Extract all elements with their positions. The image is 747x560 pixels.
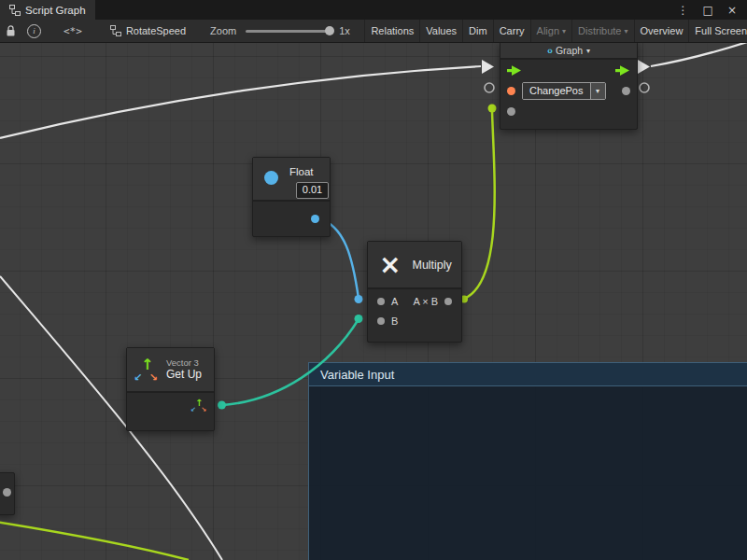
values-button[interactable]: Values xyxy=(419,20,462,42)
multiply-b-port[interactable] xyxy=(377,317,385,325)
arrow-down-left-icon: ↙ xyxy=(134,371,142,384)
align-label: Align xyxy=(537,25,559,36)
float-value-input[interactable]: 0.01 xyxy=(296,182,329,199)
chevron-down-icon[interactable]: ▾ xyxy=(590,83,605,99)
flow-input-arrow-icon[interactable] xyxy=(507,64,522,77)
zoom-slider[interactable] xyxy=(246,24,331,37)
multiply-b-label: B xyxy=(391,315,398,327)
variable-input-group-title: Variable Input xyxy=(320,368,394,382)
zoom-slider-knob[interactable] xyxy=(325,26,334,35)
variable-input-group[interactable]: Variable Input xyxy=(308,362,747,560)
variable-input-group-header[interactable]: Variable Input xyxy=(309,363,747,386)
multiply-output-port[interactable] xyxy=(444,298,452,305)
variable-input-group-body[interactable] xyxy=(309,386,747,560)
arrow-down-left-icon: ↙ xyxy=(190,406,196,413)
float-type-icon xyxy=(264,171,278,185)
graph-node-title: Graph xyxy=(556,45,583,56)
chevron-down-icon: ▾ xyxy=(586,47,590,55)
close-icon[interactable]: × xyxy=(727,4,737,17)
align-button[interactable]: Align ▾ xyxy=(530,20,571,42)
float-node-ports xyxy=(253,202,330,234)
float-node-title: Float xyxy=(289,166,314,177)
tab-script-graph[interactable]: Script Graph xyxy=(0,0,95,20)
script-graph-tab-icon xyxy=(9,5,21,16)
graph-name-label: RotateSpeed xyxy=(126,25,186,36)
graph-value-input-port[interactable] xyxy=(507,107,515,116)
vector3-type-label: Vector 3 xyxy=(166,357,202,369)
zoom-slider-track[interactable] xyxy=(246,30,331,33)
full-screen-button[interactable]: Full Screen xyxy=(688,20,747,42)
script-graph-icon: ‹› xyxy=(547,45,552,56)
arrow-down-right-icon: ↘ xyxy=(149,371,158,384)
distribute-label: Distribute xyxy=(578,25,621,36)
lock-icon[interactable] xyxy=(6,25,16,37)
node-vector3-get-up[interactable]: ↑ ↙ ↘ Vector 3 Get Up ↑ ↙ ↘ xyxy=(126,347,215,431)
chevron-down-icon: ▾ xyxy=(562,27,566,35)
maximize-icon[interactable]: □ xyxy=(703,4,713,17)
multiply-a-label: A xyxy=(391,296,398,307)
graph-name[interactable]: RotateSpeed xyxy=(110,25,186,36)
multiply-icon: × xyxy=(379,252,401,278)
graph-node-header[interactable]: ‹› Graph ▾ xyxy=(500,43,637,60)
multiply-a-port[interactable] xyxy=(377,298,385,305)
flow-output-arrow-icon[interactable] xyxy=(615,64,630,77)
info-icon[interactable]: i xyxy=(27,24,41,38)
multiply-output-label: A × B xyxy=(413,296,438,307)
float-node-header[interactable]: Float 0.01 xyxy=(253,158,330,202)
vector3-icon: ↑ ↙ ↘ xyxy=(134,357,159,382)
vector3-node-title: Get Up xyxy=(166,368,202,382)
changepos-input-port[interactable] xyxy=(507,87,515,95)
arrow-down-right-icon: ↘ xyxy=(201,406,206,413)
tab-bar: Script Graph ⋮ □ × xyxy=(0,0,747,20)
kebab-menu-icon[interactable]: ⋮ xyxy=(678,4,689,17)
changepos-dropdown-value: ChangePos xyxy=(523,83,590,99)
node-graph-event[interactable]: ‹› Graph ▾ ChangePos ▾ xyxy=(500,42,638,130)
tab-title: Script Graph xyxy=(25,5,86,16)
script-graph-window: Variable Input ‹› Graph ▾ xyxy=(0,0,747,560)
graph-toolbar: i <*> RotateSpeed Zoom 1x Relations Valu… xyxy=(0,20,747,43)
chevron-down-icon: ▾ xyxy=(625,27,628,35)
dim-button[interactable]: Dim xyxy=(462,20,493,42)
graph-file-icon xyxy=(110,25,121,36)
fragment-port[interactable] xyxy=(3,488,11,497)
multiply-node-title: Multiply xyxy=(412,259,451,272)
changepos-dropdown[interactable]: ChangePos ▾ xyxy=(522,82,606,100)
carry-button[interactable]: Carry xyxy=(493,20,530,42)
distribute-button[interactable]: Distribute ▾ xyxy=(571,20,633,42)
vector3-node-header[interactable]: ↑ ↙ ↘ Vector 3 Get Up xyxy=(127,348,214,393)
zoom-value: 1x xyxy=(339,25,350,36)
node-fragment[interactable] xyxy=(0,472,15,515)
node-multiply[interactable]: × Multiply A A × B B xyxy=(367,241,462,343)
multiply-node-header[interactable]: × Multiply xyxy=(368,242,461,289)
vector3-output-port-icon[interactable]: ↑ ↙ ↘ xyxy=(191,399,206,413)
float-output-port[interactable] xyxy=(311,215,319,223)
vector3-node-ports: ↑ ↙ ↘ xyxy=(127,393,214,428)
relations-button[interactable]: Relations xyxy=(364,20,419,42)
node-float-literal[interactable]: Float 0.01 xyxy=(252,157,331,237)
overview-button[interactable]: Overview xyxy=(634,20,689,42)
code-icon[interactable]: <*> xyxy=(63,25,82,37)
changepos-output-port[interactable] xyxy=(622,87,630,95)
zoom-label: Zoom xyxy=(210,25,236,36)
